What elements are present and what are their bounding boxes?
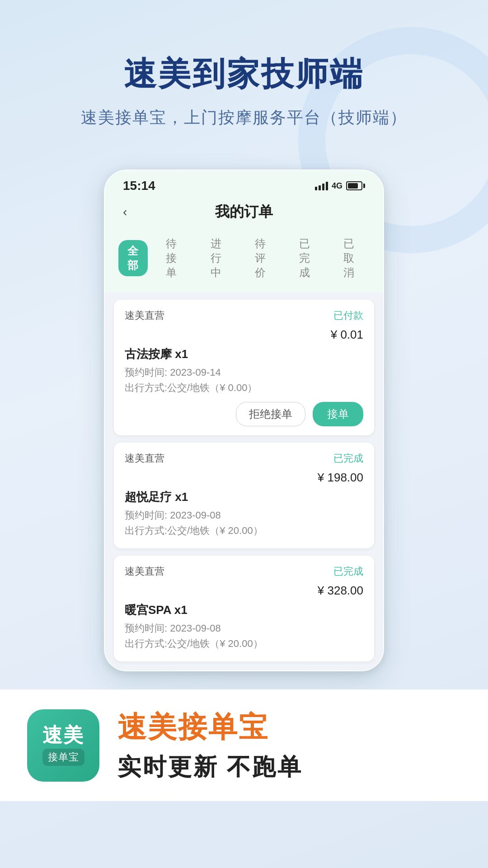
main-title: 速美到家技师端: [0, 54, 488, 93]
status-bar: 15:14 4G: [105, 170, 383, 198]
order-status: 已完成: [333, 565, 363, 578]
order-price: ¥ 0.01: [125, 328, 363, 342]
appointment-time: 预约时间: 2023-09-08: [125, 622, 363, 635]
order-status: 已付款: [333, 309, 363, 322]
phone-mockup: 15:14 4G ‹ 我的订单 全部 待接单: [104, 170, 384, 671]
order-card-header: 速美直营 已付款: [125, 309, 363, 322]
network-badge: 4G: [332, 181, 343, 191]
order-actions: 拒绝接单 接单: [125, 402, 363, 426]
accept-button[interactable]: 接单: [313, 402, 363, 426]
order-card-header: 速美直营 已完成: [125, 565, 363, 578]
app-icon-sub: 接单宝: [42, 749, 84, 766]
app-icon-text: 速美: [42, 725, 84, 745]
filter-tabs: 全部 待接单 进行中 待评价 已完成 已取消: [105, 228, 383, 292]
store-name: 速美直营: [125, 565, 164, 578]
travel-mode: 出行方式:公交/地铁（¥ 0.00）: [125, 381, 363, 395]
order-card: 速美直营 已完成 ¥ 198.00 超悦足疗 x1 预约时间: 2023-09-…: [114, 443, 374, 548]
status-icons: 4G: [315, 181, 365, 191]
tab-ongoing[interactable]: 进行中: [202, 233, 237, 283]
banner-text: 速美接单宝 实时更新 不跑单: [117, 708, 303, 783]
tab-all[interactable]: 全部: [118, 240, 148, 276]
tab-review[interactable]: 待评价: [246, 233, 281, 283]
order-status: 已完成: [333, 452, 363, 465]
banner-subtitle: 实时更新 不跑单: [117, 751, 303, 783]
phone-container: 15:14 4G ‹ 我的订单 全部 待接单: [0, 156, 488, 689]
order-item-name: 暖宫SPA x1: [125, 602, 363, 618]
tab-completed[interactable]: 已完成: [290, 233, 325, 283]
order-card-header: 速美直营 已完成: [125, 452, 363, 465]
battery-icon: [346, 181, 365, 190]
order-item-name: 古法按摩 x1: [125, 346, 363, 362]
tab-pending[interactable]: 待接单: [157, 233, 192, 283]
store-name: 速美直营: [125, 309, 164, 322]
signal-icon: [315, 181, 328, 190]
order-item-name: 超悦足疗 x1: [125, 489, 363, 505]
order-price: ¥ 328.00: [125, 584, 363, 598]
order-card: 速美直营 已完成 ¥ 328.00 暖宫SPA x1 预约时间: 2023-09…: [114, 556, 374, 661]
travel-mode: 出行方式:公交/地铁（¥ 20.00）: [125, 524, 363, 538]
banner-title: 速美接单宝: [117, 708, 303, 747]
top-section: 速美到家技师端 速美接单宝，上门按摩服务平台（技师端）: [0, 0, 488, 156]
tab-cancelled[interactable]: 已取消: [334, 233, 370, 283]
order-card: 速美直营 已付款 ¥ 0.01 古法按摩 x1 预约时间: 2023-09-14…: [114, 300, 374, 435]
appointment-time: 预约时间: 2023-09-08: [125, 509, 363, 522]
reject-button[interactable]: 拒绝接单: [236, 402, 305, 426]
bottom-banner: 速美 接单宝 速美接单宝 实时更新 不跑单: [0, 689, 488, 801]
sub-title: 速美接单宝，上门按摩服务平台（技师端）: [0, 107, 488, 129]
phone-nav: ‹ 我的订单: [105, 198, 383, 228]
nav-title: 我的订单: [215, 202, 273, 222]
store-name: 速美直营: [125, 452, 164, 465]
app-icon: 速美 接单宝: [27, 709, 99, 782]
orders-area: 速美直营 已付款 ¥ 0.01 古法按摩 x1 预约时间: 2023-09-14…: [105, 292, 383, 670]
order-price: ¥ 198.00: [125, 471, 363, 485]
travel-mode: 出行方式:公交/地铁（¥ 20.00）: [125, 637, 363, 651]
status-time: 15:14: [123, 179, 155, 193]
back-button[interactable]: ‹: [123, 205, 127, 219]
appointment-time: 预约时间: 2023-09-14: [125, 366, 363, 379]
